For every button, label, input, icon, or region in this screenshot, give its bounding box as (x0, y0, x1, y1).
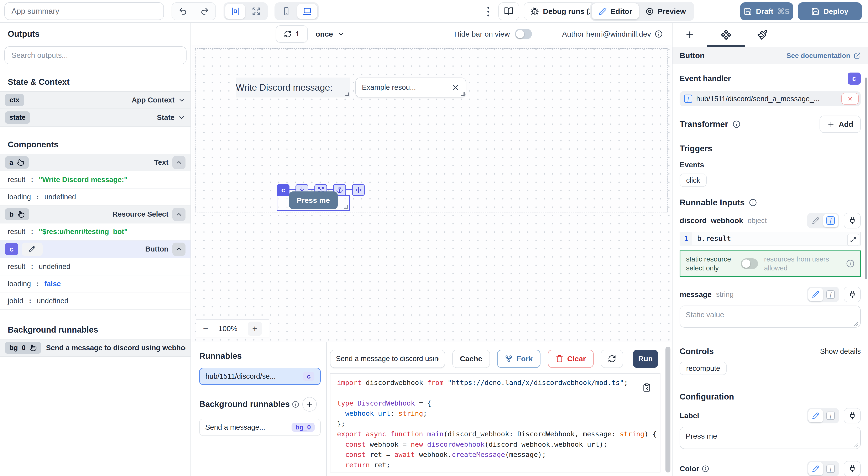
show-details-link[interactable]: Show details (820, 347, 861, 355)
code-editor[interactable]: import discordwebhook from "https://deno… (330, 373, 660, 472)
resource-select-component[interactable]: Example resou... (355, 77, 466, 97)
git-fork-icon (505, 355, 513, 362)
tab-settings[interactable] (720, 23, 732, 47)
resize-handle[interactable] (345, 93, 349, 96)
runnable-item-selected[interactable]: hub/1511/discord/se... c (199, 368, 321, 385)
centered-layout-button[interactable] (225, 4, 245, 19)
tab-editor[interactable]: Editor (592, 3, 639, 19)
fork-button[interactable]: Fork (497, 350, 540, 368)
mobile-view-button[interactable] (276, 4, 296, 19)
tab-styling[interactable] (757, 23, 768, 47)
tab-preview[interactable]: Preview (639, 3, 692, 19)
expression-mode-button[interactable]: f (823, 214, 838, 227)
add-transformer-button[interactable]: Add (819, 116, 861, 133)
prop-row[interactable]: loading:false (0, 276, 190, 293)
resize-handle[interactable] (461, 92, 465, 96)
code-content[interactable]: import discordwebhook from "https://deno… (337, 378, 660, 473)
label-static-input[interactable] (680, 427, 861, 449)
chevron-down-icon[interactable] (178, 96, 186, 104)
refresh-mode-dropdown[interactable]: once (315, 25, 345, 42)
resize-grip-icon[interactable] (854, 443, 859, 448)
connect-input-button[interactable] (844, 213, 861, 228)
static-mode-button[interactable] (808, 462, 823, 475)
hide-bar-toggle[interactable] (515, 29, 532, 39)
prop-row[interactable]: jobId:undefined (0, 292, 190, 310)
collapse-button[interactable] (173, 208, 186, 221)
bg0-row[interactable]: bg_0 Send a message to discord using web… (0, 339, 190, 357)
prop-key: jobId (8, 297, 23, 305)
collapse-button[interactable] (173, 156, 186, 169)
draft-button[interactable]: Draft ⌘S (740, 2, 793, 21)
prop-row[interactable]: result:"$res:u/henri/testing_bot" (0, 223, 190, 241)
search-outputs-input[interactable] (4, 46, 187, 64)
text-component[interactable]: Write Discord message: (236, 77, 350, 97)
inspector-tabs (673, 23, 868, 47)
tab-insert[interactable] (685, 23, 695, 47)
app-summary-input[interactable] (4, 2, 164, 20)
chevron-down-icon[interactable] (178, 114, 186, 121)
more-menu-button[interactable] (483, 4, 494, 19)
app-canvas[interactable]: Write Discord message: Example resou... … (191, 45, 672, 342)
state-row[interactable]: state State (0, 109, 190, 127)
run-button[interactable]: Run (633, 350, 658, 368)
resize-handle[interactable] (344, 205, 348, 209)
bg-runnable-item[interactable]: Send a message... bg_0 (199, 419, 321, 436)
cache-button[interactable]: Cache (452, 350, 490, 368)
static-mode-button[interactable] (808, 214, 823, 227)
event-handler-item[interactable]: f hub/1511/discord/send_a_message_... (680, 91, 861, 106)
zoom-out-button[interactable]: − (203, 324, 208, 334)
script-name-input[interactable] (330, 350, 445, 368)
static-mode-button[interactable] (808, 409, 823, 422)
component-row-c[interactable]: c Button (0, 241, 190, 258)
button-component[interactable]: Press me (289, 191, 338, 209)
window-scrollbar[interactable] (865, 77, 867, 280)
expression-mode-button[interactable]: f (823, 462, 838, 475)
remove-handler-button[interactable] (841, 93, 859, 104)
prop-row[interactable]: result:undefined (0, 258, 190, 276)
clear-select-icon[interactable] (451, 83, 460, 92)
editor-scrollbar[interactable] (665, 347, 671, 473)
event-chip-click[interactable]: click (680, 173, 707, 187)
input-mode-toggle: f (807, 408, 839, 424)
component-row-b[interactable]: b Resource Select (0, 205, 190, 223)
control-chip-recompute[interactable]: recompute (680, 362, 726, 375)
prop-row[interactable]: loading:undefined (0, 189, 190, 206)
paintbrush-icon (757, 30, 768, 40)
pencil-icon (812, 412, 819, 419)
add-bg-runnable-button[interactable] (302, 397, 317, 411)
docs-button[interactable] (498, 2, 519, 21)
collapse-button[interactable] (173, 243, 186, 256)
connect-input-button[interactable] (844, 287, 861, 302)
connect-input-button[interactable] (844, 461, 861, 476)
input-type-webhook: object (748, 217, 767, 225)
refresh-count-button[interactable]: 1 (276, 25, 308, 42)
expression-mode-button[interactable]: f (823, 288, 838, 301)
connect-input-button[interactable] (844, 408, 861, 424)
expand-expression-button[interactable] (847, 234, 860, 246)
move-component-button[interactable] (352, 184, 365, 196)
component-row-a[interactable]: a Text (0, 154, 190, 171)
expression-mode-button[interactable]: f (823, 409, 838, 422)
expand-layout-button[interactable] (246, 4, 267, 19)
resize-grip-icon[interactable] (854, 321, 859, 326)
message-static-input[interactable] (680, 306, 861, 327)
zoom-in-button[interactable]: + (248, 322, 262, 336)
undo-button[interactable] (172, 3, 193, 20)
deploy-button[interactable]: Deploy (798, 2, 862, 21)
redo-button[interactable] (194, 3, 215, 20)
edit-component-button[interactable] (22, 243, 43, 256)
ctx-row[interactable]: ctx App Context (0, 91, 190, 109)
expression-editor[interactable]: 1 b.result (680, 232, 861, 246)
static-mode-button[interactable] (808, 288, 823, 301)
clear-button[interactable]: Clear (548, 350, 594, 368)
info-icon[interactable] (655, 30, 662, 38)
triggers-title: Triggers (680, 144, 861, 153)
copy-icon[interactable] (642, 383, 651, 392)
see-documentation-link[interactable]: See documentation (786, 52, 861, 60)
prop-row[interactable]: result:"Write Discord message:" (0, 171, 190, 189)
draft-label: Draft (756, 7, 773, 16)
desktop-view-button[interactable] (297, 4, 317, 19)
reload-script-button[interactable] (601, 350, 623, 368)
resource-mode-toggle[interactable] (741, 258, 758, 269)
script-editor-panel: Cache Fork Clear Run import discordwebho… (327, 342, 672, 476)
